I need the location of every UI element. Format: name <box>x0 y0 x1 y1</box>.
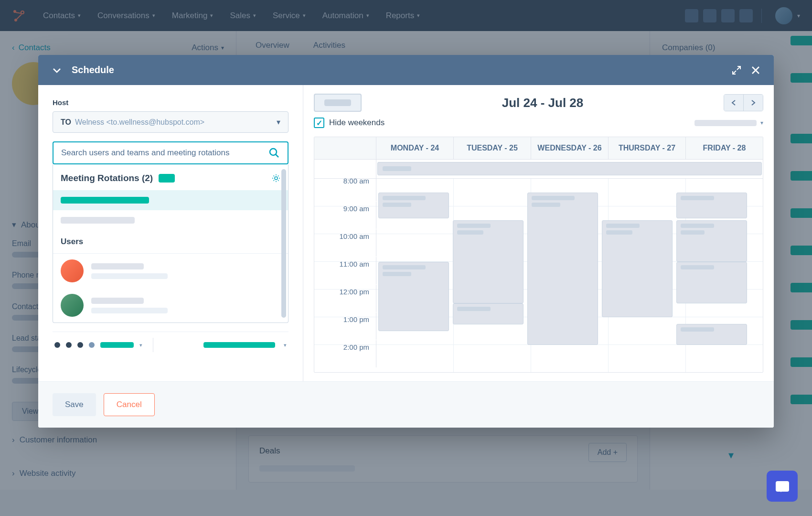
host-to-prefix: TO <box>61 118 71 127</box>
calendar-event[interactable] <box>602 220 673 317</box>
search-dropdown: Meeting Rotations (2) Users <box>53 164 288 323</box>
chevron-down-icon: ▾ <box>760 119 763 126</box>
allday-event[interactable] <box>377 162 762 175</box>
modal-footer: Save Cancel <box>38 381 774 428</box>
save-button[interactable]: Save <box>53 393 96 416</box>
host-select[interactable]: TO Welness <to.wellness@hubspot.com> ▾ <box>53 111 288 133</box>
modal-calendar-panel: Jul 24 - Jul 28 ✓ Hide weekends ▾ <box>303 85 774 381</box>
schedule-modal: Schedule Host TO Welness <to.wellness@hu… <box>38 55 774 428</box>
time-label: 9:00 am <box>314 202 376 229</box>
time-label: 12:00 pm <box>314 285 376 312</box>
modal-header: Schedule <box>38 55 774 85</box>
expand-icon[interactable] <box>732 65 741 75</box>
hide-weekends-checkbox[interactable]: ✓ <box>314 118 324 128</box>
scrollbar[interactable] <box>281 169 286 318</box>
hide-weekends-label: Hide weekends <box>329 118 385 128</box>
toolbar-dot[interactable] <box>77 342 83 348</box>
today-button[interactable] <box>314 94 362 112</box>
chevron-down-icon: ▾ <box>277 118 280 127</box>
chevron-down-icon[interactable] <box>52 65 62 75</box>
search-input[interactable] <box>61 148 268 158</box>
calendar-event[interactable] <box>676 324 747 345</box>
user-item-2[interactable] <box>53 288 288 322</box>
prev-week-button[interactable] <box>724 95 743 111</box>
modal-overlay: Schedule Host TO Welness <to.wellness@hu… <box>0 0 812 516</box>
time-label: 11:00 am <box>314 257 376 284</box>
calendar-event[interactable] <box>676 220 747 262</box>
modal-title: Schedule <box>72 64 114 75</box>
calendar-event[interactable] <box>378 193 449 218</box>
time-label: 8:00 am <box>314 179 376 201</box>
gear-icon[interactable] <box>272 174 280 183</box>
toolbar-dot[interactable] <box>89 342 95 348</box>
timezone-selector[interactable]: ▾ <box>694 119 763 126</box>
chat-widget[interactable] <box>767 471 798 502</box>
calendar-event[interactable] <box>453 220 524 303</box>
time-label: 1:00 pm <box>314 312 376 340</box>
day-header-wed: WEDNESDAY - 26 <box>531 137 609 159</box>
calendar-grid: MONDAY - 24 TUESDAY - 25 WEDNESDAY - 26 … <box>314 137 763 373</box>
next-week-button[interactable] <box>743 95 763 111</box>
host-value: Welness <to.wellness@hubspot.com> <box>75 118 273 127</box>
time-label: 10:00 am <box>314 229 376 257</box>
toolbar-option-right[interactable] <box>203 342 275 348</box>
date-range: Jul 24 - Jul 28 <box>362 96 724 110</box>
day-header-thu: THURSDAY - 27 <box>609 137 686 159</box>
cancel-button[interactable]: Cancel <box>104 393 155 416</box>
svg-point-4 <box>270 149 277 155</box>
rotations-section-title: Meeting Rotations (2) <box>61 173 153 183</box>
calendar-event[interactable] <box>676 262 747 303</box>
chevron-down-icon[interactable]: ▾ <box>284 342 287 348</box>
day-header-tue: TUESDAY - 25 <box>454 137 531 159</box>
svg-point-5 <box>275 177 278 180</box>
day-header-fri: FRIDAY - 28 <box>686 137 763 159</box>
user-avatar-2 <box>61 294 84 317</box>
rotation-item-2[interactable] <box>53 210 288 230</box>
modal-left-panel: Host TO Welness <to.wellness@hubspot.com… <box>38 85 303 381</box>
host-label: Host <box>53 98 288 107</box>
calendar-event[interactable] <box>378 262 449 331</box>
users-section-title: Users <box>53 230 288 254</box>
toolbar-dot[interactable] <box>66 342 72 348</box>
calendar-event[interactable] <box>527 193 598 345</box>
time-label: 2:00 pm <box>314 340 376 367</box>
chevron-down-icon[interactable]: ▾ <box>139 342 142 348</box>
calendar-event[interactable] <box>453 303 524 324</box>
calendar-event[interactable] <box>676 193 747 218</box>
user-avatar-1 <box>61 259 84 282</box>
day-header-mon: MONDAY - 24 <box>376 137 454 159</box>
search-icon <box>268 147 280 159</box>
chat-icon <box>776 481 789 492</box>
close-icon[interactable] <box>751 65 760 75</box>
user-item-1[interactable] <box>53 254 288 288</box>
editor-toolbar: ▾ ▾ <box>53 332 288 352</box>
toolbar-dot[interactable] <box>54 342 60 348</box>
search-box[interactable] <box>53 141 288 164</box>
rotations-badge <box>159 174 175 183</box>
rotation-item-1[interactable] <box>53 190 288 210</box>
toolbar-option[interactable] <box>100 342 134 348</box>
